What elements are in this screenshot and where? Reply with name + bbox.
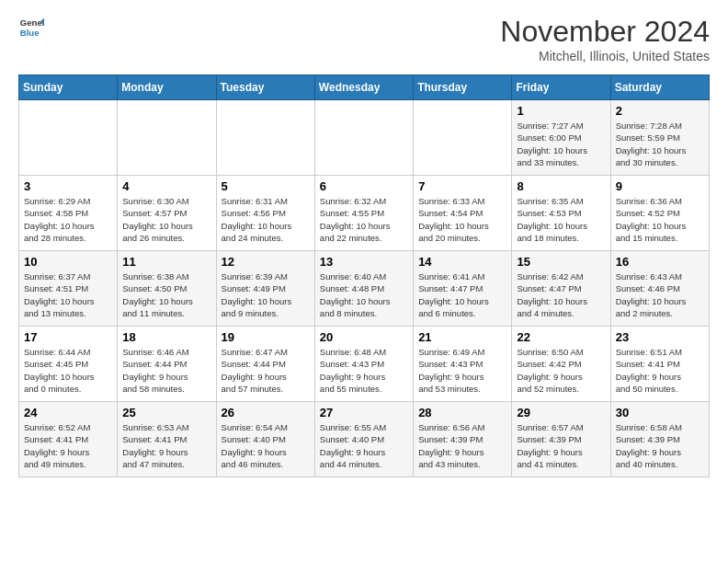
svg-text:Blue: Blue (20, 28, 40, 38)
table-row: 2Sunrise: 7:28 AM Sunset: 5:59 PM Daylig… (610, 100, 709, 176)
day-info: Sunrise: 6:55 AM Sunset: 4:40 PM Dayligh… (320, 421, 408, 470)
day-number: 8 (517, 179, 605, 193)
table-row: 15Sunrise: 6:42 AM Sunset: 4:47 PM Dayli… (512, 251, 610, 327)
table-row: 8Sunrise: 6:35 AM Sunset: 4:53 PM Daylig… (512, 176, 610, 251)
table-row: 6Sunrise: 6:32 AM Sunset: 4:55 PM Daylig… (314, 176, 413, 251)
table-row: 12Sunrise: 6:39 AM Sunset: 4:49 PM Dayli… (216, 251, 314, 327)
table-row: 10Sunrise: 6:37 AM Sunset: 4:51 PM Dayli… (19, 251, 118, 327)
day-number: 5 (222, 179, 310, 193)
table-row (19, 100, 118, 176)
day-number: 12 (222, 255, 310, 269)
day-number: 6 (320, 179, 408, 193)
table-row (414, 100, 512, 176)
col-friday: Friday (512, 75, 610, 100)
title-block: November 2024 Mitchell, Illinois, United… (500, 15, 710, 63)
col-thursday: Thursday (414, 75, 512, 100)
day-number: 3 (24, 179, 112, 193)
day-info: Sunrise: 6:39 AM Sunset: 4:49 PM Dayligh… (222, 270, 310, 319)
day-number: 28 (418, 406, 506, 419)
day-number: 14 (418, 255, 506, 269)
day-info: Sunrise: 6:33 AM Sunset: 4:54 PM Dayligh… (418, 195, 506, 244)
day-number: 22 (517, 330, 605, 344)
day-number: 24 (24, 406, 112, 419)
table-row: 5Sunrise: 6:31 AM Sunset: 4:56 PM Daylig… (216, 176, 314, 251)
table-row: 4Sunrise: 6:30 AM Sunset: 4:57 PM Daylig… (118, 176, 216, 251)
table-row: 20Sunrise: 6:48 AM Sunset: 4:43 PM Dayli… (314, 327, 413, 402)
day-info: Sunrise: 6:42 AM Sunset: 4:47 PM Dayligh… (517, 270, 605, 319)
header-row: Sunday Monday Tuesday Wednesday Thursday… (19, 75, 710, 100)
day-number: 19 (222, 330, 310, 344)
day-number: 21 (418, 330, 506, 344)
day-info: Sunrise: 6:36 AM Sunset: 4:52 PM Dayligh… (616, 195, 704, 244)
table-row: 17Sunrise: 6:44 AM Sunset: 4:45 PM Dayli… (19, 327, 118, 402)
logo: General Blue (18, 15, 44, 40)
day-number: 2 (616, 104, 704, 118)
day-number: 18 (122, 330, 210, 344)
col-sunday: Sunday (19, 75, 118, 100)
header: General Blue November 2024 Mitchell, Ill… (18, 15, 710, 63)
day-number: 27 (320, 406, 408, 419)
day-info: Sunrise: 7:28 AM Sunset: 5:59 PM Dayligh… (616, 120, 704, 168)
day-info: Sunrise: 6:49 AM Sunset: 4:43 PM Dayligh… (418, 346, 506, 395)
day-number: 7 (418, 179, 506, 193)
table-row: 9Sunrise: 6:36 AM Sunset: 4:52 PM Daylig… (610, 176, 709, 251)
day-info: Sunrise: 6:41 AM Sunset: 4:47 PM Dayligh… (418, 270, 506, 319)
day-info: Sunrise: 6:29 AM Sunset: 4:58 PM Dayligh… (24, 195, 112, 244)
day-info: Sunrise: 6:52 AM Sunset: 4:41 PM Dayligh… (24, 421, 112, 470)
day-number: 30 (616, 406, 704, 419)
table-row: 29Sunrise: 6:57 AM Sunset: 4:39 PM Dayli… (512, 402, 610, 477)
calendar-page: General Blue November 2024 Mitchell, Ill… (0, 0, 728, 487)
day-info: Sunrise: 6:46 AM Sunset: 4:44 PM Dayligh… (122, 346, 210, 395)
col-monday: Monday (118, 75, 216, 100)
table-row: 18Sunrise: 6:46 AM Sunset: 4:44 PM Dayli… (118, 327, 216, 402)
day-info: Sunrise: 6:32 AM Sunset: 4:55 PM Dayligh… (320, 195, 408, 244)
day-info: Sunrise: 6:38 AM Sunset: 4:50 PM Dayligh… (122, 270, 210, 319)
table-row: 27Sunrise: 6:55 AM Sunset: 4:40 PM Dayli… (314, 402, 413, 477)
day-info: Sunrise: 6:57 AM Sunset: 4:39 PM Dayligh… (517, 421, 605, 470)
day-info: Sunrise: 6:30 AM Sunset: 4:57 PM Dayligh… (122, 195, 210, 244)
col-wednesday: Wednesday (314, 75, 413, 100)
day-info: Sunrise: 6:47 AM Sunset: 4:44 PM Dayligh… (222, 346, 310, 395)
day-info: Sunrise: 6:50 AM Sunset: 4:42 PM Dayligh… (517, 346, 605, 395)
location: Mitchell, Illinois, United States (500, 49, 710, 63)
day-number: 25 (122, 406, 210, 419)
table-row: 25Sunrise: 6:53 AM Sunset: 4:41 PM Dayli… (118, 402, 216, 477)
table-row: 7Sunrise: 6:33 AM Sunset: 4:54 PM Daylig… (414, 176, 512, 251)
logo-icon: General Blue (18, 15, 44, 40)
day-info: Sunrise: 6:31 AM Sunset: 4:56 PM Dayligh… (222, 195, 310, 244)
day-number: 17 (24, 330, 112, 344)
day-number: 20 (320, 330, 408, 344)
svg-text:General: General (20, 17, 44, 28)
day-number: 29 (517, 406, 605, 419)
table-row (118, 100, 216, 176)
table-row: 22Sunrise: 6:50 AM Sunset: 4:42 PM Dayli… (512, 327, 610, 402)
table-row: 30Sunrise: 6:58 AM Sunset: 4:39 PM Dayli… (610, 402, 709, 477)
day-number: 9 (616, 179, 704, 193)
day-number: 23 (616, 330, 704, 344)
day-info: Sunrise: 6:40 AM Sunset: 4:48 PM Dayligh… (320, 270, 408, 319)
day-number: 4 (122, 179, 210, 193)
day-info: Sunrise: 7:27 AM Sunset: 6:00 PM Dayligh… (517, 120, 605, 168)
table-row: 3Sunrise: 6:29 AM Sunset: 4:58 PM Daylig… (19, 176, 118, 251)
day-info: Sunrise: 6:43 AM Sunset: 4:46 PM Dayligh… (616, 270, 704, 319)
table-row: 21Sunrise: 6:49 AM Sunset: 4:43 PM Dayli… (414, 327, 512, 402)
table-row: 24Sunrise: 6:52 AM Sunset: 4:41 PM Dayli… (19, 402, 118, 477)
day-number: 10 (24, 255, 112, 269)
table-row: 11Sunrise: 6:38 AM Sunset: 4:50 PM Dayli… (118, 251, 216, 327)
table-row: 26Sunrise: 6:54 AM Sunset: 4:40 PM Dayli… (216, 402, 314, 477)
month-title: November 2024 (500, 15, 710, 49)
day-info: Sunrise: 6:51 AM Sunset: 4:41 PM Dayligh… (616, 346, 704, 395)
day-info: Sunrise: 6:37 AM Sunset: 4:51 PM Dayligh… (24, 270, 112, 319)
day-info: Sunrise: 6:53 AM Sunset: 4:41 PM Dayligh… (122, 421, 210, 470)
day-info: Sunrise: 6:54 AM Sunset: 4:40 PM Dayligh… (222, 421, 310, 470)
table-row (216, 100, 314, 176)
col-tuesday: Tuesday (216, 75, 314, 100)
day-number: 13 (320, 255, 408, 269)
table-row: 14Sunrise: 6:41 AM Sunset: 4:47 PM Dayli… (414, 251, 512, 327)
table-row: 23Sunrise: 6:51 AM Sunset: 4:41 PM Dayli… (610, 327, 709, 402)
table-row: 16Sunrise: 6:43 AM Sunset: 4:46 PM Dayli… (610, 251, 709, 327)
table-row (314, 100, 413, 176)
table-row: 13Sunrise: 6:40 AM Sunset: 4:48 PM Dayli… (314, 251, 413, 327)
day-info: Sunrise: 6:58 AM Sunset: 4:39 PM Dayligh… (616, 421, 704, 470)
table-row: 28Sunrise: 6:56 AM Sunset: 4:39 PM Dayli… (414, 402, 512, 477)
